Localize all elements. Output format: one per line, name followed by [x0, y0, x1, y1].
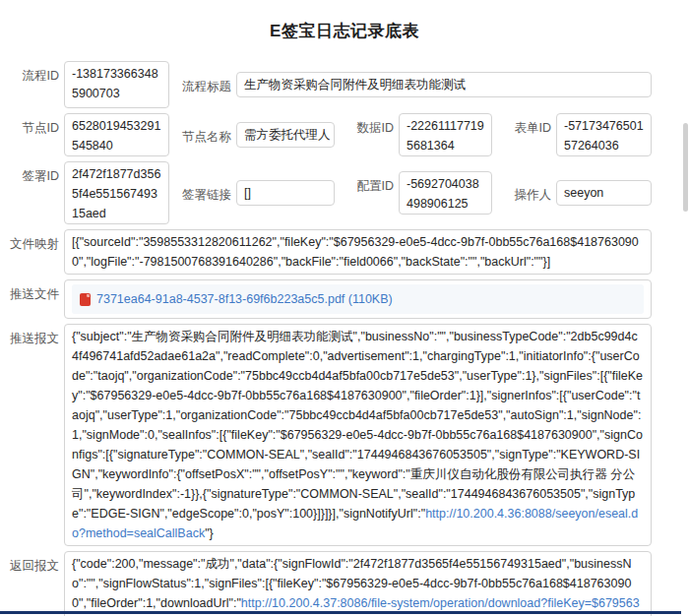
form-row-2: 节点ID 6528019453291545840 节点名称 需方委托代理人 数据… — [0, 113, 652, 156]
log-record-form: 流程ID -1381733663485900703 流程标题 生产物资采购合同附… — [0, 61, 689, 616]
sign-id-label: 签署ID — [0, 161, 59, 185]
field-data-id: 数据ID -222611177195681364 — [335, 113, 492, 156]
file-mapping-label: 文件映射 — [0, 229, 59, 253]
window-bottom-edge — [0, 611, 681, 614]
form-row-push-file: 推送文件 7371ea64-91a8-4537-8f13-69f6b223a5c… — [0, 279, 652, 319]
message-text-segment: "} — [205, 526, 214, 540]
field-operator: 操作人 seeyon — [492, 180, 652, 206]
config-id-label: 配置ID — [335, 171, 394, 195]
pdf-icon — [80, 293, 91, 306]
response-message-label: 返回报文 — [0, 551, 59, 575]
push-file-box: 7371ea64-91a8-4537-8f13-69f6b223a5c5.pdf… — [64, 279, 652, 319]
file-mapping-input[interactable]: [{"sourceId":"3598553312820611262","file… — [64, 229, 652, 275]
config-id-input[interactable]: -5692704038498906125 — [399, 171, 492, 215]
node-name-input[interactable]: 需方委托代理人 — [236, 122, 335, 148]
message-text-segment: {"subject":"生产物资采购合同附件及明细表功能测试","busines… — [72, 330, 643, 521]
field-node-name: 节点名称 需方委托代理人 — [169, 122, 335, 148]
data-id-label: 数据ID — [335, 113, 394, 137]
flow-id-input[interactable]: -1381733663485900703 — [64, 61, 169, 108]
form-row-1: 流程ID -1381733663485900703 流程标题 生产物资采购合同附… — [0, 61, 652, 108]
eseal-log-record-page: E签宝日志记录底表 流程ID -1381733663485900703 流程标题… — [0, 0, 689, 616]
field-config-id: 配置ID -5692704038498906125 — [335, 171, 492, 215]
node-id-label: 节点ID — [0, 113, 59, 137]
flow-title-label: 流程标题 — [169, 72, 231, 95]
field-flow-title: 流程标题 生产物资采购合同附件及明细表功能测试 — [169, 72, 652, 97]
data-id-input[interactable]: -222611177195681364 — [399, 113, 492, 156]
form-id-label: 表单ID — [492, 113, 551, 137]
flow-id-label: 流程ID — [0, 61, 59, 85]
form-row-3: 签署ID 2f472f1877d3565f4e55156749315aed 签署… — [0, 161, 652, 224]
field-flow-id: 流程ID -1381733663485900703 — [0, 61, 169, 108]
field-sign-id: 签署ID 2f472f1877d3565f4e55156749315aed — [0, 161, 169, 224]
form-row-response-message: 返回报文 {"code":200,"message":"成功","data":{… — [0, 551, 652, 616]
page-title: E签宝日志记录底表 — [0, 0, 689, 61]
operator-label: 操作人 — [492, 180, 551, 204]
field-sign-link: 签署链接 [] — [169, 180, 335, 206]
sign-id-input[interactable]: 2f472f1877d3565f4e55156749315aed — [64, 161, 169, 224]
scrollbar-thumb[interactable] — [683, 123, 688, 212]
pushed-file-entry[interactable]: 7371ea64-91a8-4537-8f13-69f6b223a5c5.pdf… — [72, 284, 644, 314]
field-form-id: 表单ID -5717347650157264036 — [492, 113, 652, 156]
sign-link-input[interactable]: [] — [236, 180, 335, 206]
form-id-input[interactable]: -5717347650157264036 — [556, 113, 652, 156]
push-message-label: 推送报文 — [0, 324, 59, 347]
push-file-label: 推送文件 — [0, 279, 59, 303]
response-message-textarea[interactable]: {"code":200,"message":"成功","data":{"sign… — [64, 551, 652, 616]
pushed-file-link[interactable]: 7371ea64-91a8-4537-8f13-69f6b223a5c5.pdf… — [96, 289, 393, 309]
flow-title-input[interactable]: 生产物资采购合同附件及明细表功能测试 — [236, 72, 652, 97]
push-message-textarea[interactable]: {"subject":"生产物资采购合同附件及明细表功能测试","busines… — [64, 324, 652, 546]
sign-link-label: 签署链接 — [169, 180, 231, 204]
field-node-id: 节点ID 6528019453291545840 — [0, 113, 169, 156]
form-row-file-mapping: 文件映射 [{"sourceId":"3598553312820611262",… — [0, 229, 652, 275]
node-name-label: 节点名称 — [169, 122, 231, 146]
operator-input[interactable]: seeyon — [556, 180, 652, 206]
form-row-push-message: 推送报文 {"subject":"生产物资采购合同附件及明细表功能测试","bu… — [0, 324, 652, 546]
node-id-input[interactable]: 6528019453291545840 — [64, 113, 169, 156]
